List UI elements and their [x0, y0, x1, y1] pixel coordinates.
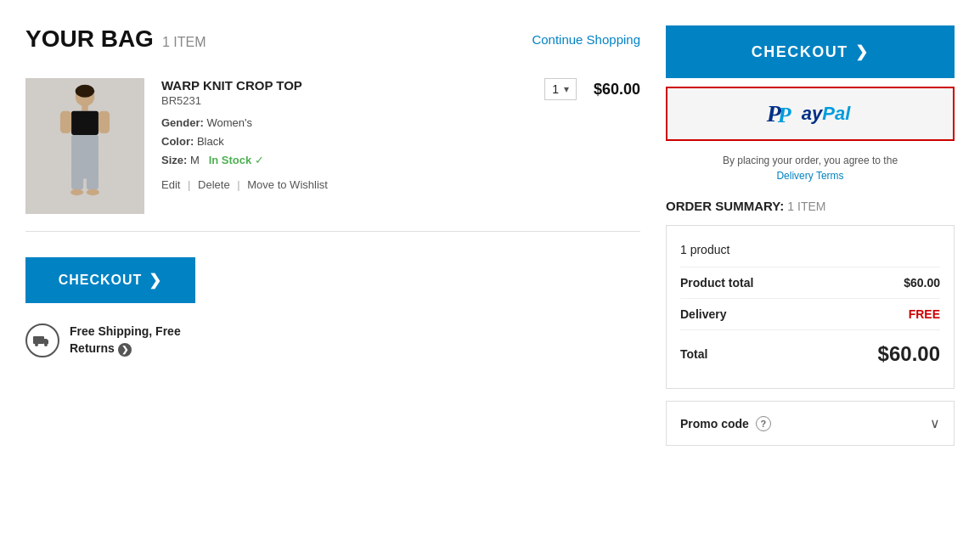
sidebar-checkout-button[interactable]: CHECKOUT ❯ [666, 25, 955, 78]
wishlist-link[interactable]: Move to Wishlist [247, 178, 328, 191]
main-checkout-button[interactable]: CHECKOUT ❯ [25, 257, 195, 303]
svg-point-12 [35, 343, 38, 346]
svg-rect-7 [71, 162, 83, 190]
delivery-label: Delivery [680, 307, 726, 321]
shipping-line2: Returns [70, 341, 115, 355]
product-total-label: Product total [680, 276, 753, 290]
qty-value: 1 [552, 82, 559, 96]
svg-rect-11 [33, 336, 44, 344]
sep1: | [188, 178, 190, 191]
product-gender: Gender: Women's [161, 114, 527, 132]
sep2: | [237, 178, 239, 191]
check-icon: ✓ [255, 154, 264, 166]
summary-product-total-row: Product total $60.00 [680, 267, 940, 299]
chevron-down-icon: ▾ [564, 83, 569, 95]
truck-icon [25, 324, 59, 357]
size-value: M [190, 154, 200, 166]
shipping-line1: Free Shipping, Free [70, 324, 181, 338]
promo-label: Promo code [680, 417, 749, 430]
agree-prefix: By placing your order, you agree to the [723, 155, 898, 166]
gender-value: Women's [206, 116, 252, 129]
truck-svg [33, 333, 52, 348]
svg-point-10 [87, 189, 99, 196]
product-image-svg [47, 82, 123, 210]
product-color: Color: Black [161, 132, 527, 151]
continue-shopping-link[interactable]: Continue Shopping [532, 32, 640, 47]
sidebar-checkout-arrow-icon: ❯ [855, 42, 870, 61]
color-value: Black [197, 135, 224, 148]
summary-product-count-row: 1 product [680, 239, 940, 267]
agree-text: By placing your order, you agree to the … [666, 153, 955, 183]
qty-selector[interactable]: 1 ▾ [544, 78, 577, 100]
free-shipping-text: Free Shipping, Free Returns ❯ [70, 324, 181, 357]
product-details: WARP KNIT CROP TOP BR5231 Gender: Women'… [161, 78, 527, 191]
summary-box: 1 product Product total $60.00 Delivery … [666, 225, 955, 389]
summary-delivery-row: Delivery FREE [680, 299, 940, 330]
svg-rect-5 [99, 111, 110, 133]
delivery-terms-link[interactable]: Delivery Terms [776, 170, 843, 182]
product-actions: Edit | Delete | Move to Wishlist [161, 178, 527, 191]
product-total-value: $60.00 [904, 276, 940, 290]
svg-rect-4 [60, 111, 71, 133]
product-qty-price: 1 ▾ $60.00 [544, 78, 640, 100]
promo-question-icon: ? [756, 416, 771, 431]
order-summary-label: ORDER SUMMARY: [666, 199, 784, 213]
circle-arrow-icon: ❯ [118, 343, 132, 357]
promo-left: Promo code ? [680, 416, 771, 431]
promo-code-section[interactable]: Promo code ? ∨ [666, 401, 955, 446]
total-value: $60.00 [878, 342, 940, 366]
paypal-wordmark-blue: Pal [822, 103, 850, 124]
delete-link[interactable]: Delete [198, 178, 230, 191]
svg-point-1 [76, 85, 95, 98]
sidebar: CHECKOUT ❯ P P ayPal By placing your ord… [666, 25, 955, 532]
order-summary-header: ORDER SUMMARY: 1 ITEM [666, 199, 955, 213]
size-label: Size: [161, 154, 187, 166]
product-sku: BR5231 [161, 94, 527, 107]
product-count-label: 1 product [680, 243, 729, 256]
main-content: YOUR BAG 1 ITEM Continue Shopping [25, 25, 640, 532]
sidebar-checkout-label: CHECKOUT [752, 43, 848, 61]
svg-rect-2 [82, 104, 88, 111]
main-checkout-arrow-icon: ❯ [149, 271, 162, 290]
delivery-value: FREE [909, 307, 940, 321]
summary-total-row: Total $60.00 [680, 330, 940, 374]
paypal-logo: P P ayPal [767, 100, 854, 127]
free-shipping-section: Free Shipping, Free Returns ❯ [25, 324, 640, 357]
svg-rect-3 [71, 111, 99, 135]
bag-title: YOUR BAG 1 ITEM [25, 25, 206, 53]
paypal-button[interactable]: P P ayPal [666, 87, 955, 141]
bag-title-text: YOUR BAG [25, 25, 154, 53]
svg-point-9 [70, 189, 83, 196]
order-summary-count: 1 ITEM [787, 200, 825, 213]
product-price: $60.00 [594, 81, 640, 98]
svg-rect-8 [87, 162, 99, 190]
edit-link[interactable]: Edit [161, 178, 180, 191]
svg-point-13 [44, 343, 48, 346]
color-label: Color: [161, 135, 194, 148]
product-row: WARP KNIT CROP TOP BR5231 Gender: Women'… [25, 78, 640, 232]
bag-header: YOUR BAG 1 ITEM Continue Shopping [25, 25, 640, 53]
stock-status: In Stock [209, 154, 252, 166]
product-image [25, 78, 144, 214]
paypal-wordmark: ayPal [802, 103, 851, 125]
product-name: WARP KNIT CROP TOP [161, 78, 527, 93]
gender-label: Gender: [161, 116, 204, 129]
product-size: Size: M In Stock ✓ [161, 151, 527, 170]
bag-item-count: 1 ITEM [162, 35, 206, 50]
paypal-p-blue2-icon: P [778, 103, 791, 128]
product-meta: Gender: Women's Color: Black Size: M In … [161, 114, 527, 170]
main-checkout-label: CHECKOUT [59, 273, 143, 288]
total-label: Total [680, 347, 707, 361]
promo-chevron-icon: ∨ [930, 415, 940, 431]
